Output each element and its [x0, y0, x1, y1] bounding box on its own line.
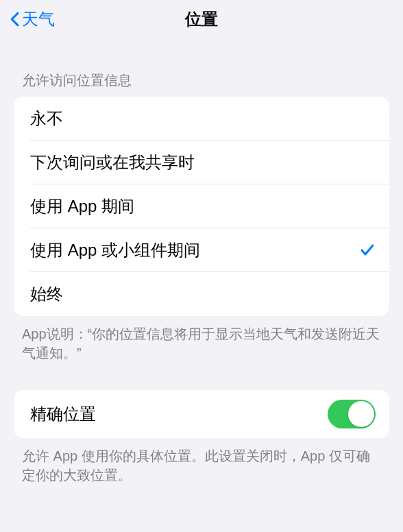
checkmark-icon: [359, 242, 376, 258]
navbar: 天气 位置: [0, 0, 403, 38]
option-always[interactable]: 始终: [14, 272, 389, 316]
option-ask-next-time[interactable]: 下次询问或在我共享时: [14, 141, 389, 184]
option-while-using-app[interactable]: 使用 App 期间: [14, 184, 389, 228]
option-label: 使用 App 期间: [30, 195, 134, 217]
section-header-allow-access: 允许访问位置信息: [0, 38, 403, 97]
chevron-left-icon: [8, 10, 21, 29]
precise-location-row: 精确位置: [14, 390, 389, 438]
option-label: 使用 App 或小组件期间: [30, 239, 200, 261]
section-footer-app-description: App说明：“你的位置信息将用于显示当地天气和发送附近天气通知。”: [0, 316, 403, 363]
back-button[interactable]: 天气: [5, 5, 58, 33]
back-label: 天气: [22, 8, 55, 30]
precise-location-label: 精确位置: [30, 403, 96, 425]
option-while-using-app-or-widgets[interactable]: 使用 App 或小组件期间: [14, 228, 389, 272]
option-label: 永不: [30, 108, 63, 130]
location-access-options: 永不 下次询问或在我共享时 使用 App 期间 使用 App 或小组件期间 始终: [14, 97, 389, 316]
switch-knob: [348, 401, 374, 427]
option-never[interactable]: 永不: [14, 97, 389, 141]
page-title: 位置: [185, 8, 218, 30]
section-footer-precise-description: 允许 App 使用你的具体位置。此设置关闭时，App 仅可确定你的大致位置。: [0, 438, 403, 485]
precise-location-toggle[interactable]: [328, 400, 376, 428]
option-label: 下次询问或在我共享时: [30, 152, 195, 173]
option-label: 始终: [30, 283, 63, 305]
precise-location-group: 精确位置: [14, 390, 389, 438]
